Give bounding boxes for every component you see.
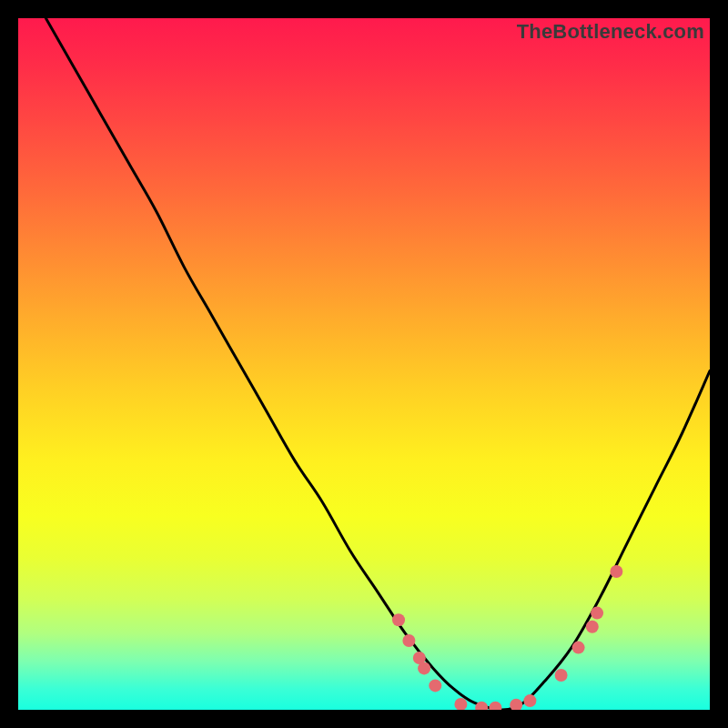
chart-frame: TheBottleneck.com: [18, 18, 710, 710]
bottleneck-curve: [46, 18, 710, 710]
data-point: [392, 613, 405, 626]
data-point: [591, 607, 603, 620]
data-point: [572, 642, 585, 654]
data-point: [489, 702, 501, 710]
data-point: [523, 694, 536, 707]
data-point: [429, 679, 441, 692]
data-point: [610, 565, 622, 578]
data-point: [586, 621, 599, 633]
data-point: [418, 662, 430, 674]
plot-area: TheBottleneck.com: [18, 18, 710, 710]
data-point: [555, 669, 568, 682]
data-point: [510, 699, 522, 710]
data-point: [454, 698, 467, 710]
attribution-text: TheBottleneck.com: [517, 20, 704, 44]
data-points: [392, 565, 622, 710]
data-point: [402, 634, 415, 647]
chart-svg: [18, 18, 710, 710]
